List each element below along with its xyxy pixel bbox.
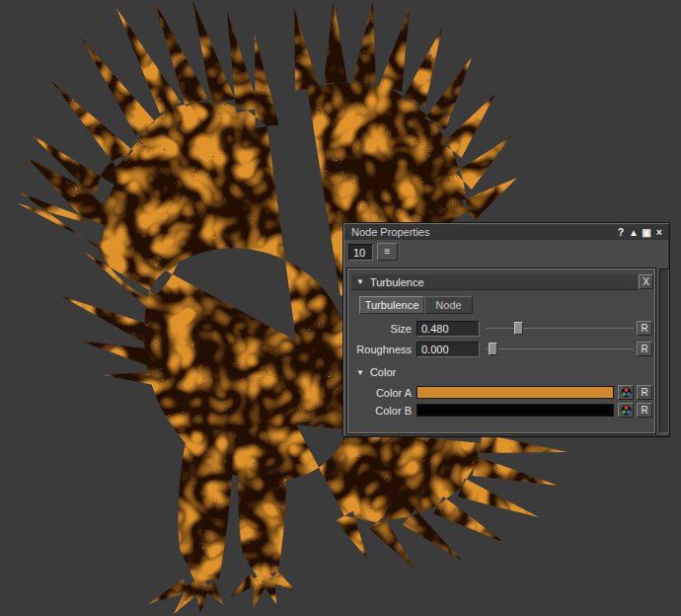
color-row-a: Color A R — [348, 385, 654, 401]
color-row-b: Color B R — [348, 403, 654, 419]
size-slider[interactable] — [486, 321, 634, 337]
param-row-size: Size R — [348, 321, 654, 337]
size-slider-handle[interactable] — [514, 322, 523, 335]
titlebar[interactable]: Node Properties ? ▲ ▣ × — [344, 224, 668, 240]
panel-scrollbar[interactable] — [659, 269, 669, 433]
color-section-title: Color — [370, 366, 396, 378]
tab-node[interactable]: Node — [424, 296, 473, 314]
expression-icon: ≡ — [385, 246, 391, 257]
color-b-swatch[interactable] — [416, 404, 614, 417]
slider-track — [486, 348, 634, 349]
param-row-roughness: Roughness R — [348, 342, 654, 357]
color-a-swatch[interactable] — [416, 386, 614, 399]
node-properties-window: Node Properties ? ▲ ▣ × ≡ ▼ Turbulence X… — [342, 222, 670, 437]
collapse-window-icon[interactable]: ▲ — [628, 226, 640, 239]
help-icon[interactable]: ? — [615, 226, 627, 239]
size-label: Size — [348, 321, 412, 337]
slider-track — [486, 328, 634, 329]
color-b-picker-button[interactable] — [618, 403, 634, 418]
size-reset-button[interactable]: R — [637, 321, 652, 336]
roughness-reset-button[interactable]: R — [637, 342, 652, 356]
color-a-reset-button[interactable]: R — [637, 385, 652, 400]
color-a-picker-button[interactable] — [618, 385, 634, 400]
color-wheel-icon — [621, 387, 632, 398]
window-title: Node Properties — [351, 226, 614, 238]
viewport-3d[interactable]: Node Properties ? ▲ ▣ × ≡ ▼ Turbulence X… — [0, 0, 681, 616]
expression-button[interactable]: ≡ — [377, 243, 398, 261]
dock-icon[interactable]: ▣ — [641, 226, 652, 239]
color-wheel-icon — [621, 405, 632, 416]
remove-node-button[interactable]: X — [639, 274, 653, 289]
turbulence-header[interactable]: ▼ Turbulence — [351, 274, 638, 290]
color-a-label: Color A — [348, 385, 412, 401]
color-section-header[interactable]: ▼ Color — [348, 364, 396, 380]
tab-turbulence[interactable]: Turbulence — [359, 296, 424, 314]
roughness-value-input[interactable] — [416, 342, 480, 357]
roughness-slider-handle[interactable] — [489, 343, 497, 355]
color-b-label: Color B — [348, 403, 412, 419]
size-value-input[interactable] — [416, 321, 480, 337]
roughness-label: Roughness — [348, 342, 412, 357]
collapse-triangle-icon[interactable]: ▼ — [356, 368, 364, 377]
close-icon[interactable]: × — [653, 226, 665, 239]
roughness-slider[interactable] — [486, 342, 634, 357]
node-id-input[interactable] — [348, 244, 373, 261]
node-panel: ▼ Turbulence X Turbulence Node Size R Ro… — [347, 269, 655, 433]
collapse-triangle-icon[interactable]: ▼ — [356, 277, 364, 286]
turbulence-header-title: Turbulence — [370, 276, 424, 288]
color-b-reset-button[interactable]: R — [637, 403, 652, 418]
